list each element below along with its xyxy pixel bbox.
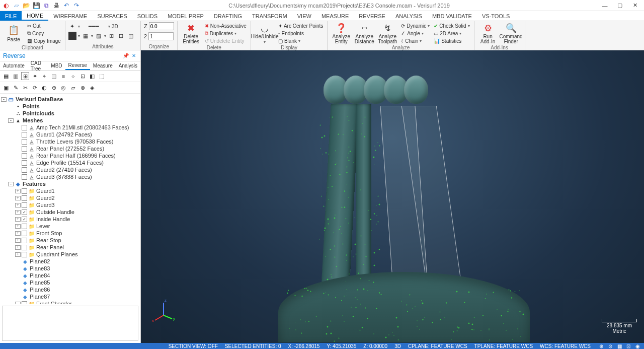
status-cplane[interactable]: CPLANE: FEATURE WCS [408, 343, 467, 349]
tree-node[interactable]: +✓📁Outside Handle [1, 208, 139, 216]
tree-expand-icon[interactable]: + [15, 231, 21, 236]
tree-node[interactable]: •Points [1, 103, 139, 110]
tab-surfaces[interactable]: SURFACES [92, 11, 132, 21]
tree-node[interactable]: ◆Plane85 [1, 279, 139, 286]
tree-checkbox[interactable] [22, 188, 27, 194]
status-wcs[interactable]: WCS: FEATURE WCS [540, 343, 591, 349]
tree-node[interactable]: +📁Quadrant Planes [1, 251, 139, 258]
tree-node[interactable]: ◬Rear Panel (272552 Faces) [1, 145, 139, 152]
blank-button[interactable]: ▢Blank▾ [277, 37, 324, 44]
analyze-distance-button[interactable]: ↔Analyze Distance [354, 22, 375, 44]
checksolid-button[interactable]: ✔Check Solid▾ [433, 22, 470, 29]
close-button[interactable]: ✕ [628, 1, 642, 11]
tree-node[interactable]: +📁Front Stop [1, 230, 139, 237]
tree-node[interactable]: -◈Features [1, 180, 139, 187]
tb-icon[interactable]: ▦ [2, 72, 10, 80]
tb-icon[interactable]: ▣ [2, 84, 10, 92]
tree-expand-icon[interactable]: + [15, 238, 21, 243]
tree-node[interactable]: +📁Guard1 [1, 187, 139, 194]
print-icon[interactable]: 🖶 [52, 2, 60, 10]
panel-pin-icon[interactable]: 📌 [122, 52, 129, 59]
ptab-measure[interactable]: Measure [90, 61, 116, 70]
ptab-cadtree[interactable]: CAD Tree [28, 61, 48, 70]
tree-expand-icon[interactable]: + [15, 224, 21, 229]
attr-icon3[interactable]: ◫ [127, 32, 135, 40]
undo-icon[interactable]: ↶ [62, 2, 70, 10]
tree-expand-icon[interactable]: + [15, 245, 21, 250]
angle-button[interactable]: ∠Angle▾ [400, 30, 431, 37]
tb-icon[interactable]: ✎ [12, 84, 20, 92]
tab-home[interactable]: HOME [22, 11, 48, 21]
color-icon[interactable] [68, 32, 76, 40]
ptab-analysis[interactable]: Analysis [116, 61, 140, 70]
tb-icon[interactable]: ◐ [40, 84, 48, 92]
tree-checkbox[interactable] [22, 245, 27, 250]
tree-node[interactable]: ◬Guard2 (27410 Faces) [1, 166, 139, 173]
status-grid-icon[interactable]: ▦ [616, 343, 623, 349]
arc-button[interactable]: ✦Arc Center Points [277, 22, 324, 29]
tab-view[interactable]: VIEW [292, 11, 316, 21]
attr-icon1[interactable]: ⊞ [108, 32, 116, 40]
nonassoc-button[interactable]: ✖Non-Associative [204, 22, 248, 29]
maximize-button[interactable]: ▢ [613, 1, 627, 11]
tb-icon[interactable]: ✂ [21, 84, 29, 92]
stats-button[interactable]: 📊Statistics [433, 37, 470, 44]
copy-button[interactable]: ⧉Copy [26, 30, 62, 37]
mode-3d[interactable]: 3D [112, 24, 118, 29]
layer-icon[interactable]: ▦ [82, 32, 90, 40]
status-section[interactable]: SECTION VIEW: OFF [169, 343, 218, 349]
tb-icon[interactable]: ◫ [50, 72, 58, 80]
tree-checkbox[interactable] [22, 195, 27, 201]
status-tplane[interactable]: TPLANE: FEATURE WCS [474, 343, 533, 349]
copyimage-button[interactable]: 🖼Copy Image [26, 37, 62, 44]
tree-checkbox[interactable] [22, 231, 27, 236]
status-cfg-icon[interactable]: ⊡ [625, 343, 632, 349]
redo-icon[interactable]: ↷ [72, 2, 80, 10]
tab-file[interactable]: FILE [0, 11, 22, 21]
tree-node[interactable]: ◆Plane87 [1, 293, 139, 300]
tree-node[interactable]: +📁Rear Stop [1, 237, 139, 244]
ptab-mbd[interactable]: MBD [48, 61, 65, 70]
run-addin-button[interactable]: ⚙Run Add-In [477, 22, 499, 44]
tree-checkbox[interactable] [22, 252, 27, 257]
tree-node[interactable]: ◬Guard3 (37838 Faces) [1, 173, 139, 180]
tb-icon[interactable]: ⟐ [69, 72, 77, 80]
tree-node[interactable]: -📁Front Chamfer [1, 300, 139, 304]
tree-checkbox[interactable] [22, 153, 27, 159]
tree-node[interactable]: ◆Plane82 [1, 258, 139, 265]
tree-checkbox[interactable] [22, 301, 27, 304]
tab-wireframe[interactable]: WIREFRAME [48, 11, 92, 21]
tree-node[interactable]: ◆Plane83 [1, 265, 139, 272]
tab-measure[interactable]: MEASURE [316, 11, 354, 21]
ptab-automate[interactable]: Automate [0, 61, 28, 70]
tree-checkbox[interactable] [22, 160, 27, 166]
level-input[interactable] [148, 32, 174, 40]
tree-node[interactable]: ◬Guard1 (24792 Faces) [1, 131, 139, 138]
tree-expand-icon[interactable]: + [15, 217, 21, 222]
tree-checkbox[interactable]: ✓ [22, 210, 27, 215]
hide-button[interactable]: ◡ Hide/Unhide ▾ [254, 22, 275, 44]
tree-node[interactable]: ◬Throttle Levers (970538 Faces) [1, 138, 139, 145]
area-button[interactable]: ▭2D Area▾ [433, 30, 470, 37]
tree-checkbox[interactable] [22, 146, 27, 152]
tb-icon[interactable]: ⊕ [50, 84, 58, 92]
tab-analysis[interactable]: ANALYSIS [390, 11, 427, 21]
tab-vstools[interactable]: VS-TOOLS [477, 11, 515, 21]
endpoints-button[interactable]: ◦Endpoints [277, 30, 324, 37]
chain-button[interactable]: ⧘Chain▾ [400, 37, 431, 44]
tree-checkbox[interactable] [22, 174, 27, 180]
panel-close-icon[interactable]: ✕ [130, 52, 137, 59]
tree-node[interactable]: ◬Amp Tech 21Mil.stl (20802463 Faces) [1, 124, 139, 131]
tree-expand-icon[interactable]: - [1, 97, 7, 102]
tree-checkbox[interactable] [22, 224, 27, 229]
tree-node[interactable]: ◆Plane84 [1, 272, 139, 279]
status-help-icon[interactable]: ◉ [634, 343, 641, 349]
tab-solids[interactable]: SOLIDS [132, 11, 163, 21]
tb-icon[interactable]: ▥ [12, 72, 20, 80]
dynamic-button[interactable]: ⟳Dynamic▾ [400, 22, 431, 29]
tree-checkbox[interactable] [22, 202, 27, 208]
tree-node[interactable]: ∴Pointclouds [1, 110, 139, 117]
tree-node[interactable]: -🗃Verisurf DataBase [1, 96, 139, 103]
z-input[interactable] [149, 22, 174, 30]
tree-node[interactable]: -▲Meshes [1, 117, 139, 124]
